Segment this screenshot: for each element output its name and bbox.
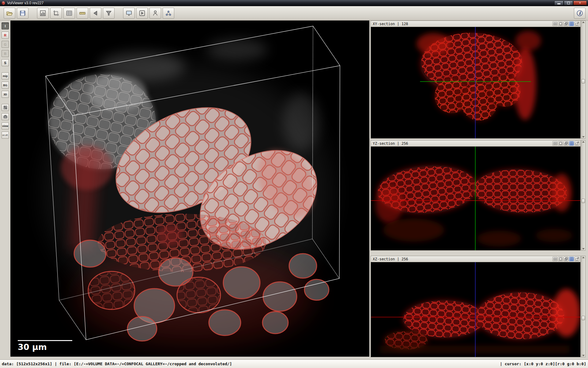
camera-icon — [3, 115, 7, 119]
snapshot-button[interactable] — [552, 257, 557, 261]
grid-view-button[interactable] — [569, 21, 574, 26]
slider-handle[interactable] — [582, 316, 585, 320]
arrow-out-icon — [575, 257, 579, 261]
xz-section-header: XZ-section | 256 — [371, 256, 580, 262]
filter-tool-button[interactable] — [103, 8, 115, 19]
channel-g-button[interactable]: G — [2, 41, 9, 48]
figure-icon — [152, 10, 159, 17]
yz-section-panel: YZ-section | 256 — [371, 140, 581, 251]
maximize-button[interactable] — [564, 1, 573, 5]
crop-icon — [53, 10, 59, 17]
overlay-layers-button[interactable] — [564, 257, 568, 261]
reset-view-button[interactable] — [558, 21, 563, 26]
grid-view-button[interactable] — [569, 141, 574, 146]
popout-view-button[interactable] — [575, 141, 579, 146]
scale-bar-line — [18, 340, 72, 341]
open-file-button[interactable] — [4, 8, 15, 19]
section-title: YZ-section | 256 — [372, 141, 408, 146]
measure-tool-button[interactable] — [77, 8, 88, 19]
grid-icon — [66, 10, 73, 17]
overlay-layers-button[interactable] — [564, 21, 568, 26]
slider-down-arrow-icon[interactable] — [582, 248, 585, 250]
arrow-out-icon — [575, 142, 579, 145]
xz-slice-slider[interactable] — [581, 256, 586, 357]
model-view-button[interactable] — [149, 8, 161, 19]
animation-button[interactable] — [136, 8, 148, 19]
status-bar: data: [512x512x256x1] | file: [E:/-=VOLU… — [0, 359, 588, 368]
xy-section-view[interactable] — [371, 27, 580, 138]
layers-icon — [564, 257, 568, 261]
arrow-out-icon — [575, 22, 579, 25]
slider-down-arrow-icon[interactable] — [582, 136, 585, 138]
close-button[interactable]: × — [573, 1, 587, 5]
channel-b-button[interactable]: B — [2, 50, 9, 57]
tiles-icon — [3, 105, 7, 109]
xy-section-panel: XY-section | 128 — [371, 21, 581, 139]
slider-up-arrow-icon[interactable] — [582, 257, 585, 258]
xz-section-panel: XZ-section | 256 — [371, 256, 581, 357]
gallery-grid-button[interactable] — [63, 8, 75, 19]
minimize-button[interactable] — [554, 1, 564, 5]
slider-up-arrow-icon[interactable] — [582, 21, 585, 23]
square-icon — [559, 22, 562, 25]
minimize-icon — [557, 3, 560, 4]
transfer-function-button[interactable] — [37, 8, 49, 19]
layers-icon — [564, 22, 568, 25]
square-icon — [559, 142, 562, 145]
title-bar[interactable]: VolViewer v3.0 rev227 × — [0, 0, 588, 6]
display-settings-button[interactable] — [123, 8, 135, 19]
svg-text:i: i — [579, 11, 581, 16]
layers-icon — [564, 142, 568, 145]
slider-handle[interactable] — [582, 199, 585, 203]
snapshot-button[interactable] — [552, 21, 557, 26]
slider-down-arrow-icon[interactable] — [582, 355, 585, 356]
reset-view-button[interactable] — [558, 257, 563, 261]
channel-sidebar: I R G B S mip BG 3D view on off. — [0, 21, 10, 359]
popout-view-button[interactable] — [575, 257, 579, 261]
overlay-layers-button[interactable] — [564, 141, 568, 146]
yz-slice-slider[interactable] — [581, 140, 586, 251]
info-icon: i — [576, 10, 583, 17]
section-title: XY-section | 128 — [372, 22, 408, 26]
view-onoff-button[interactable]: on off. — [2, 132, 9, 139]
graph-editor-button[interactable] — [163, 8, 174, 19]
funnel-icon — [105, 10, 112, 17]
channel-r-button[interactable]: R — [2, 32, 9, 39]
popout-view-button[interactable] — [575, 21, 579, 26]
snapshot-button[interactable] — [552, 141, 557, 146]
play-icon — [139, 10, 145, 17]
snapshot-camera-button[interactable] — [2, 113, 9, 120]
grid-view-button[interactable] — [569, 257, 574, 261]
tiles-button[interactable] — [2, 104, 9, 111]
orientation-tool-button[interactable] — [90, 8, 101, 19]
xy-section-header: XY-section | 128 — [371, 21, 580, 27]
reset-view-button[interactable] — [558, 141, 563, 146]
bg-button[interactable]: BG — [2, 82, 9, 89]
yz-section-view[interactable] — [371, 147, 580, 250]
yz-section-header: YZ-section | 256 — [371, 140, 580, 147]
square-icon — [559, 257, 562, 261]
status-cursor: | cursor: [x:0 y:0 z:0][r:0 g:0 b:0] — [500, 362, 586, 366]
status-data-file: data: [512x512x256x1] | file: [E:/-=VOLU… — [2, 362, 232, 366]
mip-button[interactable]: mip — [2, 72, 9, 79]
xz-section-view[interactable] — [371, 262, 580, 357]
maximize-icon — [567, 2, 570, 4]
channel-i-button[interactable]: I — [2, 22, 9, 29]
section-title: XZ-section | 256 — [372, 257, 408, 261]
slider-handle[interactable] — [582, 79, 585, 83]
channel-s-button[interactable]: S — [2, 59, 9, 66]
scale-bar-label: 30 μm — [18, 342, 72, 352]
volume-3d-viewport[interactable]: 30 μm — [10, 21, 369, 357]
nodes-icon — [165, 10, 172, 17]
3d-button[interactable]: 3D — [2, 91, 9, 98]
xy-slice-slider[interactable] — [581, 21, 586, 139]
camera-frame-icon — [553, 142, 557, 145]
blue-grid-icon — [570, 142, 573, 145]
camera-frame-icon — [553, 22, 557, 25]
info-button[interactable]: i — [574, 8, 586, 19]
slider-up-arrow-icon[interactable] — [582, 141, 585, 143]
clipping-tool-button[interactable] — [50, 8, 62, 19]
close-icon: × — [579, 2, 581, 5]
view-button[interactable]: view — [2, 122, 9, 129]
save-file-button[interactable] — [17, 8, 28, 19]
